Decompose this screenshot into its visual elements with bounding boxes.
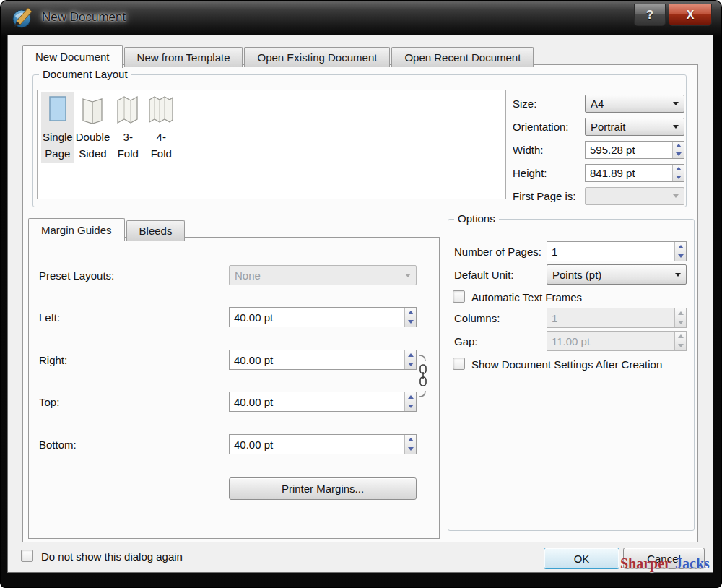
spin-up-icon [675, 332, 686, 341]
orientation-label: Orientation: [513, 121, 585, 133]
spin-down-icon[interactable] [675, 251, 686, 261]
number-of-pages-spinbox[interactable]: 1 [547, 241, 687, 261]
printer-margins-button[interactable]: Printer Margins... [229, 477, 417, 500]
columns-label: Columns: [454, 312, 500, 324]
close-icon: X [687, 9, 695, 22]
layout-item-3-fold[interactable]: 3- Fold [111, 92, 144, 163]
columns-spinbox: 1 [547, 308, 687, 328]
three-fold-icon [113, 93, 143, 129]
bottom-margin-spinbox[interactable]: 40.00 pt [229, 434, 417, 454]
spin-down-icon[interactable] [405, 444, 416, 454]
chevron-down-icon [675, 273, 681, 277]
dialog-window: New Document ? X New Document New from T… [0, 0, 722, 588]
spin-up-icon[interactable] [405, 350, 416, 360]
layout-item-double-sided[interactable]: Double Sided [74, 92, 112, 163]
number-of-pages-label: Number of Pages: [454, 246, 542, 258]
chevron-down-icon [405, 274, 411, 277]
options-legend: Options [454, 212, 499, 225]
spin-up-icon[interactable] [405, 308, 416, 317]
chevron-down-icon [673, 194, 679, 198]
preset-layouts-combo: None [229, 265, 417, 285]
close-button[interactable]: X [669, 4, 712, 26]
width-label: Width: [513, 144, 585, 156]
spin-up-icon[interactable] [405, 435, 416, 444]
margin-guides-panel: Preset Layouts: None Left: 40.00 pt Righ… [28, 237, 440, 539]
document-layout-group: Document Layout Single Page [32, 74, 687, 207]
automatic-text-frames-label: Automatic Text Frames [471, 291, 582, 303]
double-sided-icon [77, 93, 108, 129]
preset-layouts-label: Preset Layouts: [39, 269, 114, 282]
document-layout-legend: Document Layout [39, 68, 131, 80]
help-icon: ? [646, 8, 653, 22]
width-spinbox[interactable]: 595.28 pt [585, 141, 684, 159]
tab-margin-guides[interactable]: Margin Guides [28, 218, 125, 241]
spin-up-icon[interactable] [673, 165, 684, 173]
bottom-margin-label: Bottom: [39, 438, 77, 451]
left-margin-label: Left: [39, 311, 60, 324]
size-label: Size: [513, 98, 585, 110]
spin-down-icon[interactable] [405, 402, 416, 411]
layout-item-single-page[interactable]: Single Page [41, 92, 74, 163]
single-page-icon [43, 93, 72, 129]
spin-down-icon[interactable] [673, 150, 684, 159]
layout-item-4-fold[interactable]: 4- Fold [144, 92, 178, 163]
page-layout-list: Single Page Double Sided [37, 90, 506, 199]
link-margins-icon[interactable] [417, 353, 430, 399]
spin-up-icon[interactable] [675, 242, 686, 251]
default-unit-combo[interactable]: Points (pt) [547, 264, 687, 285]
orientation-combo[interactable]: Portrait [585, 118, 684, 136]
chevron-down-icon [673, 125, 679, 129]
spin-down-icon [675, 341, 686, 350]
height-label: Height: [513, 167, 585, 179]
four-fold-icon [146, 93, 176, 129]
right-margin-spinbox[interactable]: 40.00 pt [229, 350, 417, 370]
chevron-down-icon [673, 102, 679, 105]
new-document-tab-panel: Document Layout Single Page [22, 64, 698, 542]
margin-tab-bar: Margin Guides Bleeds [28, 218, 186, 241]
dialog-client-area: New Document New from Template Open Exis… [7, 35, 713, 573]
show-document-settings-label: Show Document Settings After Creation [471, 358, 662, 371]
top-margin-label: Top: [39, 396, 59, 408]
cancel-button[interactable]: Cancel [623, 548, 705, 569]
dont-show-again-label: Do not show this dialog again [41, 550, 183, 563]
help-button[interactable]: ? [634, 4, 666, 26]
tab-bleeds[interactable]: Bleeds [126, 220, 186, 241]
scribus-app-icon [12, 7, 35, 29]
spin-up-icon [675, 308, 686, 318]
spin-down-icon[interactable] [405, 360, 416, 369]
spin-down-icon[interactable] [673, 173, 684, 182]
automatic-text-frames-checkbox[interactable] [453, 290, 465, 303]
tab-new-from-template[interactable]: New from Template [124, 47, 243, 67]
gap-spinbox: 11.00 pt [547, 331, 687, 351]
spin-up-icon[interactable] [673, 142, 684, 150]
height-spinbox[interactable]: 841.89 pt [585, 164, 684, 182]
options-group: Options Number of Pages: 1 Default Unit:… [448, 219, 695, 531]
left-margin-spinbox[interactable]: 40.00 pt [229, 307, 417, 327]
first-page-label: First Page is: [513, 190, 585, 202]
tab-open-recent-document[interactable]: Open Recent Document [391, 47, 534, 67]
window-title: New Document [42, 10, 126, 25]
spin-up-icon[interactable] [405, 392, 416, 402]
spin-down-icon [675, 318, 686, 327]
top-margin-spinbox[interactable]: 40.00 pt [229, 392, 417, 412]
main-tab-bar: New Document New from Template Open Exis… [22, 45, 535, 67]
ok-button[interactable]: OK [544, 548, 619, 569]
right-margin-label: Right: [39, 354, 67, 366]
dont-show-again-checkbox[interactable] [21, 550, 33, 562]
title-bar[interactable]: New Document ? X [0, 0, 722, 35]
first-page-combo [585, 187, 684, 205]
tab-open-existing-document[interactable]: Open Existing Document [244, 47, 390, 67]
show-document-settings-checkbox[interactable] [453, 358, 465, 370]
size-combo[interactable]: A4 [585, 95, 684, 113]
tab-new-document[interactable]: New Document [22, 45, 123, 68]
default-unit-label: Default Unit: [454, 269, 514, 281]
gap-label: Gap: [454, 335, 478, 347]
spin-down-icon[interactable] [405, 317, 416, 327]
